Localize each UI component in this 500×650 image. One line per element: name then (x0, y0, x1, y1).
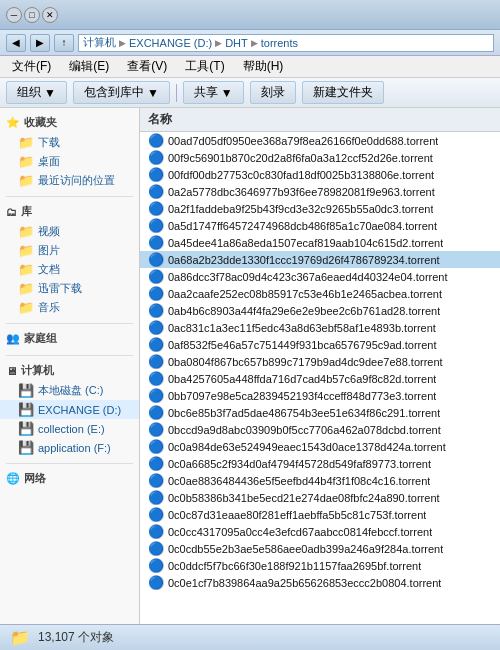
burn-button[interactable]: 刻录 (250, 81, 296, 104)
file-name: 0bccd9a9d8abc03909b0f5cc7706a462a078dcbd… (168, 424, 441, 436)
path-sep-1: ▶ (119, 38, 126, 48)
list-item[interactable]: 🔵0bccd9a9d8abc03909b0f5cc7706a462a078dcb… (140, 421, 500, 438)
sidebar-network-header[interactable]: 🌐 网络 (0, 468, 139, 489)
file-name: 0ab4b6c8903a44f4fa29e6e2e9bee2c6b761ad28… (168, 305, 440, 317)
list-item[interactable]: 🔵0a2a5778dbc3646977b93f6ee78982081f9e963… (140, 183, 500, 200)
list-item[interactable]: 🔵0c0a984de63e524949eaec1543d0ace1378d424… (140, 438, 500, 455)
sidebar-favorites-header[interactable]: ⭐ 收藏夹 (0, 112, 139, 133)
share-button[interactable]: 共享 ▼ (183, 81, 244, 104)
file-name: 0a2a5778dbc3646977b93f6ee78982081f9e963.… (168, 186, 435, 198)
back-button[interactable]: ◀ (6, 34, 26, 52)
file-name: 0af8532f5e46a57c751449f931bca6576795c9ad… (168, 339, 437, 351)
new-folder-button[interactable]: 新建文件夹 (302, 81, 384, 104)
path-dht[interactable]: DHT (225, 37, 248, 49)
close-button[interactable]: ✕ (42, 7, 58, 23)
drive-icon: 💾 (18, 383, 34, 398)
path-computer[interactable]: 计算机 (83, 35, 116, 50)
list-item[interactable]: 🔵0ac831c1a3ec11f5edc43a8d63ebf58af1e4893… (140, 319, 500, 336)
sidebar-item-drive-f[interactable]: 💾 application (F:) (0, 438, 139, 457)
path-drive[interactable]: EXCHANGE (D:) (129, 37, 212, 49)
library-icon: 🗂 (6, 206, 17, 218)
sidebar-item-desktop-label: 桌面 (38, 154, 60, 169)
sidebar-item-desktop[interactable]: 📁 桌面 (0, 152, 139, 171)
path-torrents[interactable]: torrents (261, 37, 298, 49)
torrent-file-icon: 🔵 (148, 133, 164, 148)
address-path[interactable]: 计算机 ▶ EXCHANGE (D:) ▶ DHT ▶ torrents (78, 34, 494, 52)
sidebar-homegroup-section: 👥 家庭组 (0, 328, 139, 349)
include-library-button[interactable]: 包含到库中 ▼ (73, 81, 170, 104)
torrent-file-icon: 🔵 (148, 218, 164, 233)
list-item[interactable]: 🔵0ba4257605a448ffda716d7cad4b57c6a9f8c82… (140, 370, 500, 387)
window-controls[interactable]: ─ □ ✕ (6, 7, 58, 23)
list-item[interactable]: 🔵0c0ddcf5f7bc66f30e188f921b1157faa2695bf… (140, 557, 500, 574)
share-label: 共享 (194, 84, 218, 101)
burn-label: 刻录 (261, 84, 285, 101)
list-item[interactable]: 🔵0af8532f5e46a57c751449f931bca6576795c9a… (140, 336, 500, 353)
path-sep-3: ▶ (251, 38, 258, 48)
sidebar-item-documents-label: 文档 (38, 262, 60, 277)
list-item[interactable]: 🔵0c0e1cf7b839864aa9a25b65626853eccc2b080… (140, 574, 500, 591)
list-item[interactable]: 🔵0bc6e85b3f7ad5dae486754b3ee51e634f86c29… (140, 404, 500, 421)
file-name: 0c0a6685c2f934d0af4794f45728d549faf89773… (168, 458, 431, 470)
file-name: 0bb7097e98e5ca2839452193f4cceff848d773e3… (168, 390, 436, 402)
sidebar-item-downloads[interactable]: 📁 下载 (0, 133, 139, 152)
sidebar-item-drive-d[interactable]: 💾 EXCHANGE (D:) (0, 400, 139, 419)
folder-icon: 📁 (18, 262, 34, 277)
list-item[interactable]: 🔵0a5d1747ff64572474968dcb486f85a1c70ae08… (140, 217, 500, 234)
list-item[interactable]: 🔵0a2f1faddeba9f25b43f9cd3e32c9265b55a0dc… (140, 200, 500, 217)
list-item[interactable]: 🔵0c0ae8836484436e5f5eefbd44b4f3f1f08c4c1… (140, 472, 500, 489)
sidebar-item-music-label: 音乐 (38, 300, 60, 315)
list-item[interactable]: 🔵00fdf00db27753c0c830fad18df0025b3138806… (140, 166, 500, 183)
sidebar-item-documents[interactable]: 📁 文档 (0, 260, 139, 279)
list-item[interactable]: 🔵0ba0804f867bc657b899c7179b9ad4dc9dee7e8… (140, 353, 500, 370)
folder-icon: 📁 (18, 135, 34, 150)
status-count: 13,107 个对象 (38, 629, 114, 646)
list-item[interactable]: 🔵0c0a6685c2f934d0af4794f45728d549faf8977… (140, 455, 500, 472)
sidebar-homegroup-header[interactable]: 👥 家庭组 (0, 328, 139, 349)
menu-view[interactable]: 查看(V) (119, 56, 175, 77)
sidebar-library-header[interactable]: 🗂 库 (0, 201, 139, 222)
file-name: 0c0a984de63e524949eaec1543d0ace1378d424a… (168, 441, 446, 453)
list-item[interactable]: 🔵0a45dee41a86a8eda1507ecaf819aab104c615d… (140, 234, 500, 251)
sidebar-item-videos[interactable]: 📁 视频 (0, 222, 139, 241)
menu-file[interactable]: 文件(F) (4, 56, 59, 77)
list-item[interactable]: 🔵0c0cc4317095a0cc4e3efcd67aabcc0814febcc… (140, 523, 500, 540)
list-item[interactable]: 🔵0ab4b6c8903a44f4fa29e6e2e9bee2c6b761ad2… (140, 302, 500, 319)
list-item[interactable]: 🔵00f9c56901b870c20d2a8f6fa0a3a12ccf52d26… (140, 149, 500, 166)
sidebar-item-thunder[interactable]: 📁 迅雷下载 (0, 279, 139, 298)
sidebar-computer-header[interactable]: 🖥 计算机 (0, 360, 139, 381)
file-name: 0c0cc4317095a0cc4e3efcd67aabcc0814febccf… (168, 526, 432, 538)
sidebar-item-pictures[interactable]: 📁 图片 (0, 241, 139, 260)
maximize-button[interactable]: □ (24, 7, 40, 23)
sidebar-item-drive-e-label: collection (E:) (38, 423, 105, 435)
list-item[interactable]: 🔵0a68a2b23dde1330f1ccc19769d26f478678923… (140, 251, 500, 268)
forward-button[interactable]: ▶ (30, 34, 50, 52)
list-item[interactable]: 🔵0bb7097e98e5ca2839452193f4cceff848d773e… (140, 387, 500, 404)
minimize-button[interactable]: ─ (6, 7, 22, 23)
menu-edit[interactable]: 编辑(E) (61, 56, 117, 77)
file-list-header: 名称 (140, 108, 500, 132)
sidebar-item-drive-e[interactable]: 💾 collection (E:) (0, 419, 139, 438)
list-item[interactable]: 🔵0c0b58386b341be5ecd21e274dae08fbfc24a89… (140, 489, 500, 506)
list-item[interactable]: 🔵0c0c87d31eaae80f281eff1aebffa5b5c81c753… (140, 506, 500, 523)
sidebar-item-drive-d-label: EXCHANGE (D:) (38, 404, 121, 416)
sidebar-item-music[interactable]: 📁 音乐 (0, 298, 139, 317)
torrent-file-icon: 🔵 (148, 354, 164, 369)
sidebar-item-drive-c[interactable]: 💾 本地磁盘 (C:) (0, 381, 139, 400)
status-bar: 📁 13,107 个对象 (0, 624, 500, 650)
up-button[interactable]: ↑ (54, 34, 74, 52)
sidebar-item-recent[interactable]: 📁 最近访问的位置 (0, 171, 139, 190)
organize-button[interactable]: 组织 ▼ (6, 81, 67, 104)
file-list-area: 名称 🔵00ad7d05df0950ee368a79f8ea26166f0e0d… (140, 108, 500, 624)
menu-tools[interactable]: 工具(T) (177, 56, 232, 77)
list-item[interactable]: 🔵0a86dcc3f78ac09d4c423c367a6eaed4d40324e… (140, 268, 500, 285)
sidebar-item-drive-c-label: 本地磁盘 (C:) (38, 383, 103, 398)
list-item[interactable]: 🔵0aa2caafe252ec08b85917c53e46b1e2465acbe… (140, 285, 500, 302)
file-name: 0a86dcc3f78ac09d4c423c367a6eaed4d40324e0… (168, 271, 448, 283)
torrent-file-icon: 🔵 (148, 456, 164, 471)
torrent-file-icon: 🔵 (148, 235, 164, 250)
drive-icon: 💾 (18, 421, 34, 436)
list-item[interactable]: 🔵0c0cdb55e2b3ae5e586aee0adb399a246a9f284… (140, 540, 500, 557)
list-item[interactable]: 🔵00ad7d05df0950ee368a79f8ea26166f0e0dd68… (140, 132, 500, 149)
menu-help[interactable]: 帮助(H) (235, 56, 292, 77)
